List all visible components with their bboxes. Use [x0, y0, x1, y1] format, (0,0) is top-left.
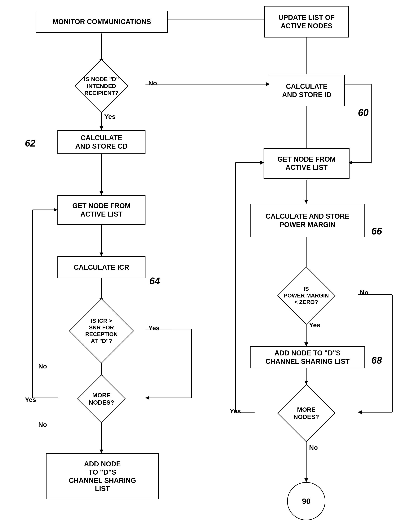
circle-90: 90 — [287, 482, 325, 520]
is-icr-snr-diamond: IS ICR >SNR FORRECEPTIONAT "D"? — [56, 302, 147, 360]
ref-66-label: 66 — [371, 226, 382, 237]
svg-marker-12 — [99, 191, 103, 195]
calc-store-cd-box: CALCULATEAND STORE CD — [58, 130, 146, 154]
svg-marker-29 — [54, 208, 58, 212]
no-label-more-nodes-left: No — [38, 421, 47, 428]
monitor-communications-box: MONITOR COMMUNICATIONS — [36, 11, 168, 33]
yes-label-power-margin: Yes — [309, 321, 321, 329]
is-power-margin-diamond: ISPOWER MARGIN< ZERO? — [254, 272, 358, 319]
calc-store-id-box: CALCULATE AND STORE ID — [269, 75, 345, 106]
no-label-node-d: No — [148, 79, 157, 87]
more-nodes-left-diamond: MORENODES? — [56, 379, 147, 419]
ref-64-label: 64 — [149, 276, 160, 286]
yes-label-icr: Yes — [148, 324, 160, 332]
ref-62-label: 62 — [25, 138, 36, 149]
svg-marker-51 — [304, 478, 308, 482]
flowchart: MONITOR COMMUNICATIONS UPDATE LIST OF AC… — [0, 0, 410, 532]
add-node-left-box: ADD NODETO "D"SCHANNEL SHARINGLIST — [46, 453, 159, 499]
svg-marker-39 — [304, 342, 308, 346]
calc-icr-box: CALCULATE ICR — [58, 256, 146, 278]
ref-68-label: 68 — [371, 355, 382, 366]
yes-label-node-d: Yes — [104, 113, 116, 120]
svg-marker-3 — [99, 126, 103, 130]
svg-marker-14 — [99, 253, 103, 256]
no-label-icr: No — [38, 362, 47, 370]
get-node-left-box: GET NODE FROM ACTIVE LIST — [58, 195, 146, 225]
more-nodes-right-diamond: MORENODES? — [254, 385, 358, 442]
svg-marker-43 — [358, 410, 362, 414]
add-node-right-box: ADD NODE TO "D"SCHANNEL SHARING LIST — [250, 346, 365, 368]
is-node-d-diamond: IS NODE "D"INTENDEDRECIPIENT? — [56, 63, 147, 109]
yes-label-more-nodes-right: Yes — [230, 408, 241, 415]
update-list-box: UPDATE LIST OF ACTIVE NODES — [264, 6, 349, 38]
get-node-right-box: GET NODE FROM ACTIVE LIST — [264, 148, 350, 179]
no-label-more-nodes-right: No — [309, 444, 318, 451]
calc-power-margin-box: CALCULATE AND STORE POWER MARGIN — [250, 204, 365, 237]
no-label-power-margin: No — [360, 289, 369, 296]
svg-marker-25 — [99, 450, 103, 453]
svg-marker-35 — [304, 200, 308, 204]
yes-label-more-nodes-left: Yes — [25, 396, 36, 403]
ref-60-label: 60 — [358, 107, 369, 118]
